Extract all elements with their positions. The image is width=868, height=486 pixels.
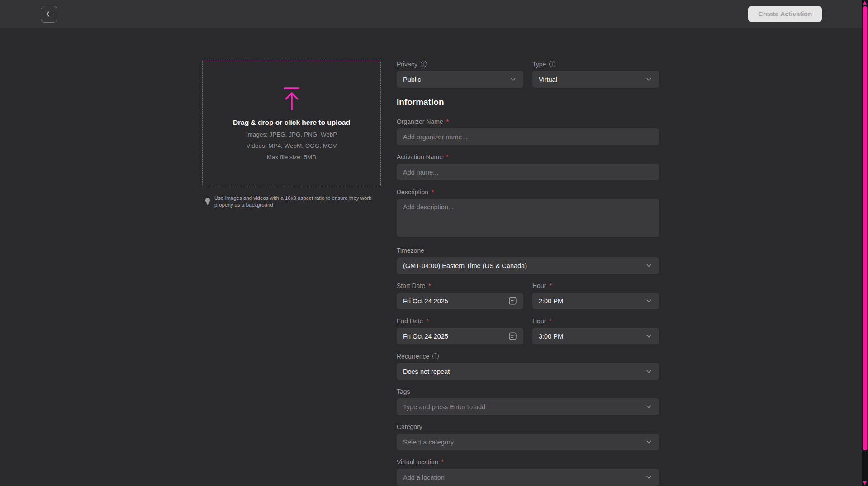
lightbulb-icon xyxy=(204,195,211,208)
required-asterisk: * xyxy=(426,317,428,325)
dropzone-video-formats: Videos: MP4, WebM, OGG, MOV xyxy=(247,142,337,149)
tags-input[interactable]: Type and press Enter to add xyxy=(397,398,659,415)
privacy-label: Privacy i xyxy=(397,60,523,68)
dropzone-title: Drag & drop or click here to upload xyxy=(233,118,350,127)
chevron-down-icon xyxy=(645,75,653,83)
category-select[interactable]: Select a category xyxy=(397,434,659,450)
start-date-value: Fri Oct 24 2025 xyxy=(403,297,448,305)
tip-text: Use images and videos with a 16x9 aspect… xyxy=(214,195,384,208)
end-date-picker[interactable]: Fri Oct 24 2025 xyxy=(397,328,523,344)
end-date-label: End Date * xyxy=(397,317,523,325)
page-scrollbar[interactable] xyxy=(862,0,868,486)
dropzone-max-size: Max file size: 5MB xyxy=(267,154,317,160)
privacy-value: Public xyxy=(403,76,421,83)
calendar-icon xyxy=(508,297,517,305)
virtual-location-label: Virtual location * xyxy=(397,458,659,466)
timezone-label: Timezone xyxy=(397,246,659,255)
scrollbar-thumb[interactable] xyxy=(863,6,867,450)
info-icon[interactable]: i xyxy=(421,61,427,67)
create-activation-button[interactable]: Create Activation xyxy=(748,6,822,22)
chevron-down-icon xyxy=(645,473,653,481)
organizer-name-label: Organizer Name * xyxy=(397,118,659,126)
description-textarea[interactable] xyxy=(397,199,659,237)
activation-name-input[interactable] xyxy=(397,164,659,180)
aspect-ratio-tip: Use images and videos with a 16x9 aspect… xyxy=(202,195,385,208)
start-hour-select[interactable]: 2:00 PM xyxy=(532,293,659,309)
required-asterisk: * xyxy=(446,153,448,161)
start-hour-label: Hour * xyxy=(532,282,659,290)
category-label: Category xyxy=(397,423,659,431)
virtual-location-placeholder: Add a location xyxy=(403,474,445,481)
activation-form: Privacy i Public Type i Virtual xyxy=(397,60,659,486)
chevron-down-icon xyxy=(645,438,653,446)
top-bar: Create Activation xyxy=(0,0,868,28)
privacy-select[interactable]: Public xyxy=(397,71,523,88)
dropzone-image-formats: Images: JPEG, JPG, PNG, WebP xyxy=(246,131,337,138)
end-hour-select[interactable]: 3:00 PM xyxy=(532,328,659,344)
start-hour-value: 2:00 PM xyxy=(539,297,563,305)
back-button[interactable] xyxy=(41,6,57,23)
organizer-name-input[interactable] xyxy=(397,128,659,145)
scrollbar-down-arrow-icon[interactable] xyxy=(863,481,867,485)
calendar-icon xyxy=(508,332,517,340)
chevron-down-icon xyxy=(645,332,653,340)
type-value: Virtual xyxy=(539,76,557,83)
type-label: Type i xyxy=(532,60,659,68)
required-asterisk: * xyxy=(549,282,551,290)
recurrence-value: Does not repeat xyxy=(403,368,450,375)
tags-placeholder: Type and press Enter to add xyxy=(403,403,485,411)
timezone-select[interactable]: (GMT-04:00) Eastern Time (US & Canada) xyxy=(397,257,659,274)
required-asterisk: * xyxy=(549,317,551,325)
information-section-title: Information xyxy=(397,97,659,108)
required-asterisk: * xyxy=(432,188,434,196)
end-hour-value: 3:00 PM xyxy=(539,333,563,340)
chevron-down-icon xyxy=(645,368,653,375)
activation-name-label: Activation Name * xyxy=(397,153,659,161)
end-date-value: Fri Oct 24 2025 xyxy=(403,333,448,340)
virtual-location-select[interactable]: Add a location xyxy=(397,469,659,486)
end-hour-label: Hour * xyxy=(532,317,659,325)
type-select[interactable]: Virtual xyxy=(532,71,659,88)
required-asterisk: * xyxy=(441,458,444,466)
chevron-down-icon xyxy=(645,403,653,411)
info-icon[interactable]: i xyxy=(549,61,555,67)
description-label: Description * xyxy=(397,188,659,196)
required-asterisk: * xyxy=(428,282,431,290)
info-icon[interactable]: i xyxy=(432,353,439,359)
upload-dropzone[interactable]: Drag & drop or click here to upload Imag… xyxy=(202,61,381,186)
chevron-down-icon xyxy=(509,75,517,83)
arrow-left-icon xyxy=(45,9,54,19)
required-asterisk: * xyxy=(446,118,449,126)
timezone-value: (GMT-04:00) Eastern Time (US & Canada) xyxy=(403,262,527,269)
upload-arrow-icon xyxy=(282,87,301,111)
recurrence-select[interactable]: Does not repeat xyxy=(397,363,659,380)
scrollbar-up-arrow-icon[interactable] xyxy=(863,1,867,5)
chevron-down-icon xyxy=(645,262,653,269)
media-upload-section: Drag & drop or click here to upload Imag… xyxy=(202,61,381,208)
chevron-down-icon xyxy=(645,297,653,305)
start-date-label: Start Date * xyxy=(397,282,523,290)
tags-label: Tags xyxy=(397,387,659,396)
recurrence-label: Recurrence i xyxy=(397,352,659,360)
category-placeholder: Select a category xyxy=(403,439,454,446)
start-date-picker[interactable]: Fri Oct 24 2025 xyxy=(397,293,523,309)
